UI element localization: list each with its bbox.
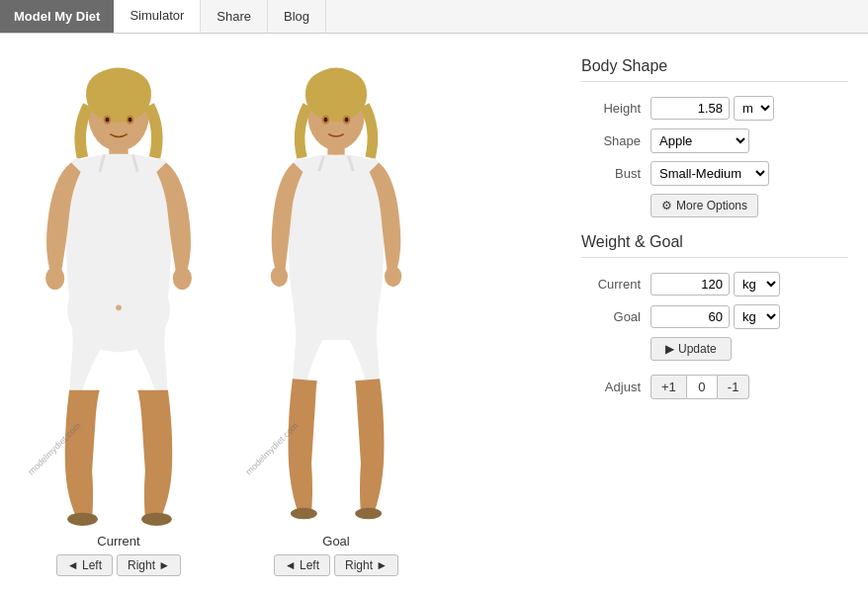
adjust-plus-button[interactable]: +1: [651, 375, 687, 399]
play-icon: ▶: [665, 342, 674, 356]
svg-point-19: [385, 266, 401, 287]
goal-left-btn[interactable]: ◄ Left: [274, 554, 330, 576]
goal-weight-label: Goal: [581, 309, 641, 324]
svg-point-5: [173, 267, 192, 290]
goal-weight-row: Goal kg lbs: [581, 304, 848, 329]
svg-point-10: [106, 118, 110, 123]
shape-row: Shape Apple Pear Hourglass Athletic: [581, 128, 848, 153]
body-shape-title: Body Shape: [581, 57, 848, 82]
current-weight-row: Current kg lbs: [581, 272, 848, 296]
current-weight-input[interactable]: [651, 273, 730, 296]
svg-point-7: [141, 513, 172, 526]
goal-body-svg: [237, 53, 435, 528]
adjust-minus-button[interactable]: -1: [717, 375, 750, 399]
right-panel: Body Shape Height m ft Shape Apple Pear …: [571, 53, 848, 576]
body-shape-section: Body Shape Height m ft Shape Apple Pear …: [581, 57, 848, 217]
goal-model-figure: modelmydiet.com: [237, 53, 435, 528]
current-body-svg: [20, 53, 217, 528]
svg-point-18: [271, 266, 288, 287]
svg-point-20: [291, 508, 317, 520]
current-left-btn[interactable]: ◄ Left: [56, 554, 113, 576]
models-area: modelmydiet.com Current ◄ Left Right ►: [20, 53, 552, 576]
svg-point-24: [324, 118, 328, 123]
goal-controls: ◄ Left Right ►: [274, 554, 398, 576]
goal-right-btn[interactable]: Right ►: [334, 554, 398, 576]
weight-goal-title: Weight & Goal: [581, 233, 848, 258]
goal-model-container: modelmydiet.com Goal ◄ Left Right ►: [237, 53, 435, 576]
bust-row: Bust Small-Medium Medium Large: [581, 161, 848, 186]
tab-simulator[interactable]: Simulator: [114, 0, 201, 33]
more-options-button[interactable]: ⚙ More Options: [651, 194, 758, 217]
current-model-container: modelmydiet.com Current ◄ Left Right ►: [20, 53, 217, 576]
current-model-figure: modelmydiet.com: [20, 53, 217, 528]
goal-weight-input[interactable]: [651, 305, 730, 328]
adjust-row: Adjust +1 0 -1: [581, 375, 848, 399]
current-right-btn[interactable]: Right ►: [117, 554, 181, 576]
shape-select[interactable]: Apple Pear Hourglass Athletic: [651, 128, 749, 153]
tab-share[interactable]: Share: [201, 0, 268, 33]
gear-icon: ⚙: [661, 199, 672, 212]
svg-point-11: [129, 118, 132, 123]
update-label: Update: [678, 342, 717, 356]
main-content: modelmydiet.com Current ◄ Left Right ►: [0, 34, 868, 592]
goal-unit-select[interactable]: kg lbs: [734, 304, 780, 329]
current-weight-label: Current: [581, 277, 641, 292]
weight-goal-section: Weight & Goal Current kg lbs Goal kg lbs…: [581, 233, 848, 399]
update-button[interactable]: ▶ Update: [651, 337, 732, 361]
adjust-label: Adjust: [581, 380, 641, 394]
current-label: Current: [97, 534, 139, 549]
current-unit-select[interactable]: kg lbs: [734, 272, 780, 296]
shape-label: Shape: [581, 133, 641, 148]
bust-label: Bust: [581, 166, 641, 181]
goal-label: Goal: [322, 534, 349, 549]
current-controls: ◄ Left Right ►: [56, 554, 181, 576]
svg-point-25: [345, 118, 349, 123]
height-label: Height: [581, 101, 641, 116]
height-input[interactable]: [651, 97, 730, 120]
header: Model My Diet Simulator Share Blog: [0, 0, 868, 34]
adjust-zero-button[interactable]: 0: [687, 375, 717, 399]
svg-point-6: [67, 513, 98, 526]
app-title: Model My Diet: [0, 0, 114, 33]
svg-point-21: [355, 508, 382, 520]
height-unit-select[interactable]: m ft: [734, 96, 774, 121]
nav-tabs: Simulator Share Blog: [114, 0, 326, 33]
bust-select[interactable]: Small-Medium Medium Large: [651, 161, 769, 186]
tab-blog[interactable]: Blog: [268, 0, 326, 33]
svg-point-14: [116, 304, 122, 310]
svg-point-4: [45, 267, 64, 290]
more-options-label: More Options: [676, 199, 747, 212]
height-row: Height m ft: [581, 96, 848, 121]
